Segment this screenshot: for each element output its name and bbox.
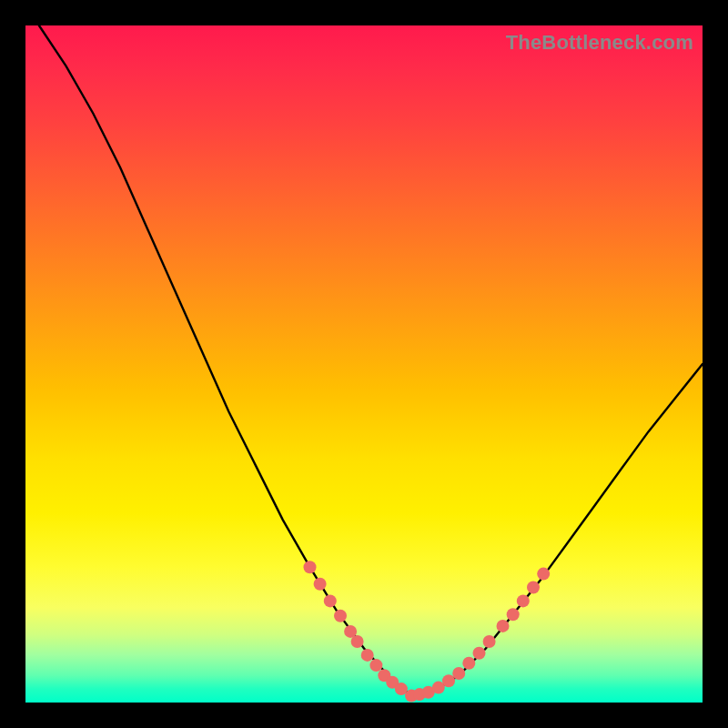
curve-dot bbox=[462, 657, 475, 670]
curve-dot bbox=[369, 659, 382, 672]
curve-dot bbox=[351, 635, 364, 648]
curve-dot bbox=[334, 610, 347, 622]
chart-frame: TheBottleneck.com bbox=[0, 0, 728, 728]
curve-dot bbox=[452, 667, 465, 680]
curve-dot bbox=[517, 594, 530, 607]
curve-dot bbox=[473, 647, 486, 660]
curve-dot bbox=[483, 635, 496, 648]
curve-dot bbox=[314, 578, 327, 591]
bottleneck-curve bbox=[39, 25, 703, 696]
curve-dot bbox=[304, 561, 317, 573]
curve-dot bbox=[507, 608, 520, 621]
curve-dot bbox=[361, 649, 374, 662]
curve-dot bbox=[527, 581, 540, 594]
curve-dots-group bbox=[304, 561, 551, 702]
curve-dot bbox=[442, 674, 455, 687]
curve-dot bbox=[497, 620, 510, 632]
curve-dot bbox=[537, 568, 550, 581]
chart-svg bbox=[25, 25, 703, 703]
curve-dot bbox=[324, 594, 337, 607]
plot-area: TheBottleneck.com bbox=[25, 25, 703, 703]
